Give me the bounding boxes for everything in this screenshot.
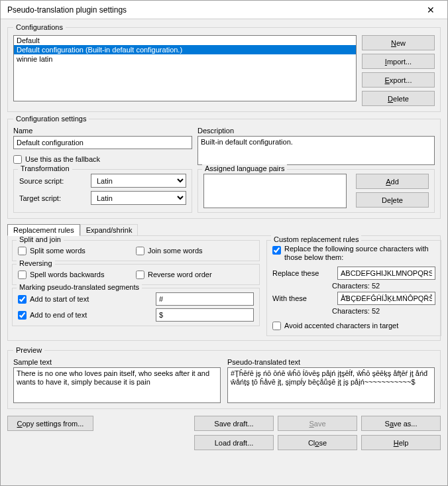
- avoid-accented-checkbox[interactable]: [272, 322, 281, 330]
- list-item[interactable]: winnie latin: [14, 54, 356, 64]
- config-settings-group: Configuration settings Name Use this as …: [7, 115, 441, 219]
- spell-backwards-checkbox[interactable]: [18, 271, 27, 279]
- chars-count-2: Characters: 52: [332, 307, 435, 315]
- add-start-input[interactable]: [156, 292, 254, 306]
- reverse-order-label: Reverse word order: [148, 271, 212, 278]
- replace-follow-label: Replace the following source characters …: [284, 245, 435, 262]
- help-button[interactable]: Help: [361, 435, 441, 450]
- description-input[interactable]: Built-in default configuration.: [197, 136, 435, 165]
- configurations-legend: Configurations: [13, 23, 66, 31]
- save-draft-button[interactable]: Save draft...: [194, 416, 274, 431]
- save-as-button[interactable]: Save as...: [361, 416, 441, 431]
- description-label: Description: [197, 127, 435, 135]
- add-end-checkbox[interactable]: [18, 311, 27, 320]
- sample-text-label: Sample text: [13, 358, 221, 366]
- window-title: Pseudo-translation plugin settings: [7, 5, 418, 15]
- replace-follow-checkbox[interactable]: [272, 246, 281, 255]
- delete-pair-button[interactable]: Delete: [356, 192, 429, 208]
- add-start-label: Add to start of text: [30, 295, 89, 303]
- new-button[interactable]: New: [362, 35, 435, 50]
- name-label: Name: [13, 127, 192, 135]
- source-script-select[interactable]: Latin: [91, 174, 186, 188]
- pairs-legend: Assigned language pairs: [202, 164, 287, 172]
- pseudo-text: #Ţĥĕŕē įş ńō ōńē ŵĥō ĺōvēş påįń įţşēĺf, …: [227, 367, 435, 403]
- add-start-checkbox[interactable]: [18, 295, 27, 304]
- pairs-list[interactable]: [203, 174, 347, 208]
- join-some-checkbox[interactable]: [136, 247, 144, 255]
- tab-expand-shrink[interactable]: Expand/shrink: [80, 224, 139, 235]
- marking-legend: Marking pseudo-translated segments: [17, 283, 142, 291]
- load-draft-button[interactable]: Load draft...: [194, 435, 274, 450]
- target-script-label: Target script:: [19, 194, 85, 202]
- copy-settings-button[interactable]: Copy settings from...: [7, 416, 93, 431]
- export-button[interactable]: Export...: [362, 72, 435, 88]
- fallback-label: Use this as the fallback: [25, 155, 100, 163]
- preview-group: Preview Sample text There is no one who …: [7, 346, 441, 409]
- configurations-list[interactable]: Default Default configuration (Built-in …: [13, 35, 357, 101]
- add-end-label: Add to end of text: [30, 311, 87, 319]
- transformation-legend: Transformation: [18, 164, 72, 172]
- close-icon[interactable]: ✕: [418, 1, 444, 19]
- split-join-legend: Split and join: [17, 235, 64, 243]
- split-some-label: Split some words: [30, 247, 85, 255]
- join-some-label: Join some words: [148, 247, 203, 255]
- name-input[interactable]: [13, 136, 192, 149]
- avoid-accented-label: Avoid accented characters in target: [284, 322, 398, 330]
- fallback-checkbox[interactable]: [13, 155, 22, 164]
- titlebar: Pseudo-translation plugin settings ✕: [1, 1, 447, 19]
- source-script-label: Source script:: [19, 177, 85, 185]
- list-item[interactable]: Default configuration (Built-in default …: [14, 45, 356, 54]
- tab-replacement-rules[interactable]: Replacement rules: [7, 224, 80, 236]
- import-button[interactable]: Import...: [362, 54, 435, 69]
- reverse-order-checkbox[interactable]: [136, 271, 144, 279]
- sample-text[interactable]: There is no one who loves pain itself, w…: [13, 367, 221, 403]
- preview-legend: Preview: [13, 346, 44, 354]
- close-button[interactable]: Close: [278, 435, 357, 450]
- add-pair-button[interactable]: Add: [356, 174, 429, 189]
- reversing-legend: Reversing: [17, 259, 55, 267]
- split-some-checkbox[interactable]: [18, 247, 27, 255]
- list-item[interactable]: Default: [14, 36, 356, 45]
- custom-rules-legend: Custom replacement rules: [271, 235, 361, 243]
- spell-backwards-label: Spell words backwards: [30, 271, 105, 278]
- save-button[interactable]: Save: [278, 416, 357, 431]
- replace-these-label: Replace these: [272, 269, 332, 277]
- add-end-input[interactable]: [156, 308, 254, 322]
- configurations-group: Configurations Default Default configura…: [7, 23, 441, 112]
- chars-count-1: Characters: 52: [332, 282, 435, 290]
- config-settings-legend: Configuration settings: [13, 115, 89, 123]
- with-these-label: With these: [272, 294, 332, 302]
- replace-these-input[interactable]: [337, 267, 435, 280]
- pseudo-text-label: Pseudo-translated text: [227, 358, 435, 366]
- with-these-input[interactable]: [337, 292, 435, 305]
- delete-button[interactable]: Delete: [362, 91, 435, 106]
- target-script-select[interactable]: Latin: [91, 191, 186, 205]
